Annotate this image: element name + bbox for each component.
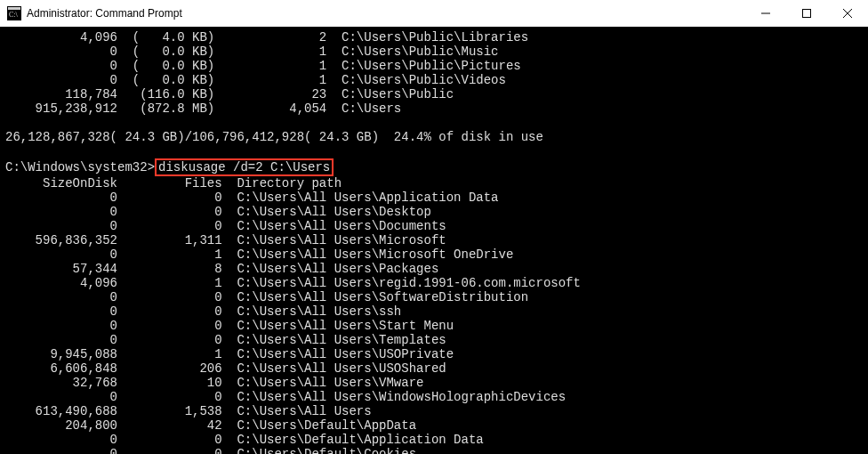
disk-summary: 26,128,867,328( 24.3 GB)/106,796,412,928… <box>5 130 863 144</box>
prompt-line: C:\Windows\system32>diskusage /d=2 C:\Us… <box>5 158 863 176</box>
terminal-output[interactable]: 4,096 ( 4.0 KB) 2 C:\Users\Public\Librar… <box>0 27 868 454</box>
output-row: 0 ( 0.0 KB) 1 C:\Users\Public\Pictures <box>5 59 863 73</box>
output-row: 0 0 C:\Users\All Users\Application Data <box>5 191 863 205</box>
output-row: 57,344 8 C:\Users\All Users\Packages <box>5 262 863 276</box>
output-row: 6,606,848 206 C:\Users\All Users\USOShar… <box>5 361 863 376</box>
output-row: 204,800 42 C:\Users\Default\AppData <box>5 418 863 433</box>
output-row: 0 0 C:\Users\All Users\ssh <box>5 304 863 319</box>
svg-rect-4 <box>803 10 811 18</box>
window-controls <box>745 0 868 27</box>
output-row: 0 0 C:\Users\All Users\Start Menu <box>5 319 863 333</box>
output-row: 4,096 1 C:\Users\All Users\regid.1991-06… <box>5 276 863 290</box>
output-row: 0 ( 0.0 KB) 1 C:\Users\Public\Videos <box>5 73 863 87</box>
titlebar: C:\ Administrator: Command Prompt <box>0 0 868 27</box>
output-row: 0 0 C:\Users\All Users\Templates <box>5 333 863 347</box>
output-row: 613,490,688 1,538 C:\Users\All Users <box>5 404 863 418</box>
output-row: 118,784 (116.0 KB) 23 C:\Users\Public <box>5 87 863 101</box>
cmd-icon: C:\ <box>7 6 21 20</box>
column-header: SizeOnDisk Files Directory path <box>5 176 863 191</box>
window-title: Administrator: Command Prompt <box>27 7 745 20</box>
command-highlight: diskusage /d=2 C:\Users <box>155 158 334 176</box>
maximize-button[interactable] <box>786 0 827 27</box>
output-row: 4,096 ( 4.0 KB) 2 C:\Users\Public\Librar… <box>5 30 863 45</box>
output-row: 0 0 C:\Users\All Users\Desktop <box>5 205 863 219</box>
output-row: 0 0 C:\Users\Default\Application Data <box>5 433 863 447</box>
output-row: 0 ( 0.0 KB) 1 C:\Users\Public\Music <box>5 45 863 59</box>
output-row: 0 0 C:\Users\All Users\Documents <box>5 219 863 233</box>
close-button[interactable] <box>827 0 868 27</box>
output-row: 0 1 C:\Users\All Users\Microsoft OneDriv… <box>5 247 863 262</box>
output-row: 0 0 C:\Users\Default\Cookies <box>5 447 863 454</box>
svg-rect-1 <box>8 7 20 10</box>
svg-text:C:\: C:\ <box>9 11 19 19</box>
output-row: 32,768 10 C:\Users\All Users\VMware <box>5 376 863 390</box>
prompt-path: C:\Windows\system32> <box>5 160 155 174</box>
output-row: 915,238,912 (872.8 MB) 4,054 C:\Users <box>5 101 863 116</box>
output-row: 596,836,352 1,311 C:\Users\All Users\Mic… <box>5 233 863 247</box>
output-row: 0 0 C:\Users\All Users\SoftwareDistribut… <box>5 290 863 304</box>
output-row: 9,945,088 1 C:\Users\All Users\USOPrivat… <box>5 347 863 361</box>
minimize-button[interactable] <box>745 0 786 27</box>
output-row: 0 0 C:\Users\All Users\WindowsHolographi… <box>5 390 863 404</box>
